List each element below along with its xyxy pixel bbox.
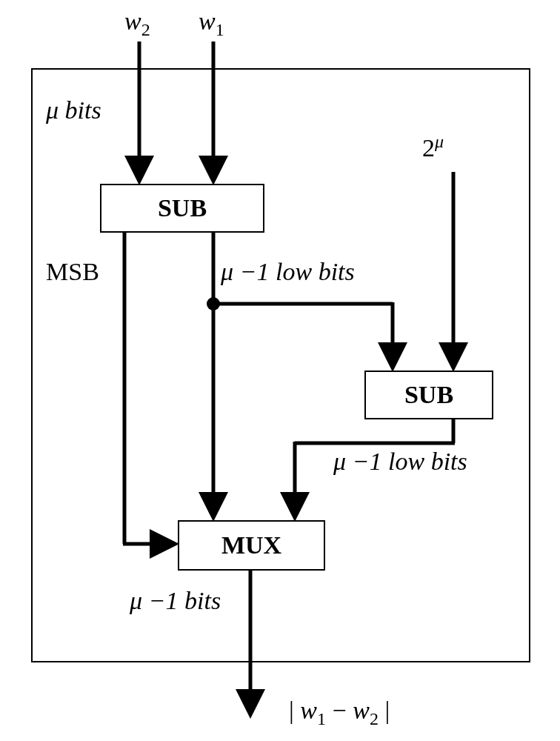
mu-minus1-bits-text: μ −1 bits [130,587,221,614]
abs-prefix: | [289,697,300,724]
msb-label: MSB [46,258,99,286]
sub-block-1: SUB [100,184,264,233]
sub1-label: SUB [158,194,207,222]
out-w2: w [353,697,370,724]
two-mu-base: 2 [422,134,435,162]
mu-bits-text: μ bits [46,96,101,124]
out-w2-sub: 2 [370,709,379,728]
sub2-label: SUB [404,381,453,409]
sub-block-2: SUB [364,370,493,419]
input-w1-label: w1 [199,7,224,40]
w1-var: w [199,7,216,35]
w1-sub: 1 [216,20,224,39]
two-mu-label: 2μ [422,132,444,162]
mu-minus1-low-text-2: μ −1 low bits [333,448,467,475]
mu-minus1-low-label-2: μ −1 low bits [333,448,467,476]
mu-minus1-low-text: μ −1 low bits [221,258,355,285]
output-label: | w1 − w2 | [289,697,390,729]
mux-label: MUX [221,531,281,559]
mux-block: MUX [178,520,325,571]
mu-bits-label: μ bits [46,96,101,124]
mu-minus1-bits-label: μ −1 bits [130,587,221,615]
two-mu-exp: μ [435,132,444,151]
abs-suffix: | [379,697,390,724]
out-w1-sub: 1 [317,709,326,728]
msb-text: MSB [46,258,99,285]
w2-var: w [124,7,141,35]
out-w1: w [300,697,317,724]
outer-box [31,68,530,662]
out-minus: − [326,697,353,724]
mu-minus1-low-label: μ −1 low bits [221,258,355,286]
input-w2-label: w2 [124,7,150,40]
w2-sub: 2 [141,20,150,39]
